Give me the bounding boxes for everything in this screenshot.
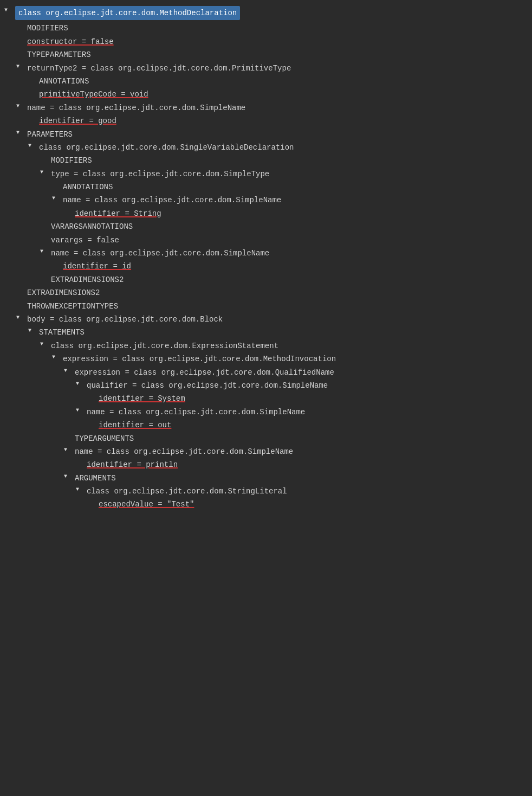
tree-node-stringLiteral[interactable]: ▼class org.eclipse.jdt.core.dom.StringLi… — [0, 485, 532, 498]
tree-node-identifier_string[interactable]: identifier = String — [0, 207, 532, 220]
tree-node-typeparameters[interactable]: TYPEPARAMETERS — [0, 48, 532, 61]
tree-node-statements[interactable]: ▼STATEMENTS — [0, 326, 532, 339]
tree-node-thrownexceptiontypes[interactable]: THROWNEXCEPTIONTYPES — [0, 300, 532, 313]
arrow-expression1: ▼ — [52, 353, 61, 362]
node-text-constructor: constructor = false — [27, 36, 114, 48]
tree-node-name1[interactable]: ▼name = class org.eclipse.jdt.core.dom.S… — [0, 101, 532, 114]
arrow-parameters: ▼ — [16, 129, 25, 137]
tree-node-identifier_good[interactable]: identifier = good — [0, 114, 532, 127]
ast-tree-container: class org.eclipse.jdt.core.dom.MethodDec… — [0, 0, 532, 796]
node-text-body: body = class org.eclipse.jdt.core.dom.Bl… — [27, 313, 223, 325]
arrow-expressionStatement: ▼ — [40, 340, 49, 349]
tree-node-expression1[interactable]: ▼expression = class org.eclipse.jdt.core… — [0, 352, 532, 365]
node-text-statements: STATEMENTS — [39, 326, 85, 338]
node-text-singleVarDecl: class org.eclipse.jdt.core.dom.SingleVar… — [39, 142, 294, 153]
tree-node-parameters[interactable]: ▼PARAMETERS — [0, 128, 532, 141]
node-text-name4: name = class org.eclipse.jdt.core.dom.Si… — [87, 406, 305, 418]
arrow-name4: ▼ — [76, 406, 85, 415]
root-node[interactable]: class org.eclipse.jdt.core.dom.MethodDec… — [0, 4, 532, 22]
node-text-returntype2: returnType2 = class org.eclipse.jdt.core… — [27, 62, 291, 74]
arrow-stringLiteral: ▼ — [76, 485, 85, 494]
tree-node-escapedValue[interactable]: escapedValue = "Test" — [0, 498, 532, 511]
node-text-arguments: ARGUMENTS — [75, 472, 116, 484]
tree-node-name2[interactable]: ▼name = class org.eclipse.jdt.core.dom.S… — [0, 194, 532, 207]
arrow-name3: ▼ — [40, 247, 49, 256]
tree-node-identifier_system[interactable]: identifier = System — [0, 392, 532, 405]
node-text-modifiers: MODIFIERS — [27, 22, 68, 34]
tree-node-primitiveTypeCode[interactable]: primitiveTypeCode = void — [0, 88, 532, 101]
tree-node-identifier_println[interactable]: identifier = println — [0, 458, 532, 471]
node-text-varargs: varargs = false — [51, 234, 119, 246]
node-text-extradimensions2a: EXTRADIMENSIONS2 — [51, 274, 124, 286]
tree-node-returntype2[interactable]: ▼returnType2 = class org.eclipse.jdt.cor… — [0, 62, 532, 75]
tree-node-annotations1[interactable]: ANNOTATIONS — [0, 75, 532, 88]
tree-node-identifier_id[interactable]: identifier = id — [0, 260, 532, 273]
tree-node-varargs[interactable]: varargs = false — [0, 234, 532, 247]
arrow-qualifier: ▼ — [76, 380, 85, 388]
tree-node-name3[interactable]: ▼name = class org.eclipse.jdt.core.dom.S… — [0, 247, 532, 260]
node-text-stringLiteral: class org.eclipse.jdt.core.dom.StringLit… — [87, 485, 287, 497]
node-text-identifier_good: identifier = good — [39, 115, 116, 127]
tree-node-annotations2[interactable]: ANNOTATIONS — [0, 181, 532, 194]
arrow-name1: ▼ — [16, 102, 25, 111]
node-text-parameters: PARAMETERS — [27, 129, 73, 140]
tree-node-typearguments[interactable]: TYPEARGUMENTS — [0, 432, 532, 445]
node-text-escapedValue: escapedValue = "Test" — [99, 498, 194, 510]
tree-node-extradimensions2b[interactable]: EXTRADIMENSIONS2 — [0, 286, 532, 299]
tree-node-identifier_out[interactable]: identifier = out — [0, 419, 532, 432]
tree-node-modifiers2[interactable]: MODIFIERS — [0, 154, 532, 167]
node-text-identifier_out: identifier = out — [99, 419, 171, 431]
arrow-singleVarDecl: ▼ — [28, 142, 37, 150]
node-text-typeparameters: TYPEPARAMETERS — [27, 49, 91, 61]
tree-node-expression2[interactable]: ▼expression = class org.eclipse.jdt.core… — [0, 366, 532, 379]
arrow-statements: ▼ — [28, 326, 37, 335]
arrow-arguments: ▼ — [64, 472, 73, 481]
tree-node-constructor[interactable]: constructor = false — [0, 35, 532, 48]
tree-node-arguments[interactable]: ▼ARGUMENTS — [0, 472, 532, 485]
arrow-type1: ▼ — [40, 168, 49, 177]
arrow-returntype2: ▼ — [16, 62, 25, 71]
node-text-expressionStatement: class org.eclipse.jdt.core.dom.Expressio… — [51, 340, 278, 352]
node-text-varargsannotations: VARARGSANNOTATIONS — [51, 221, 133, 233]
arrow-expression2: ▼ — [64, 367, 73, 375]
arrow-name5: ▼ — [64, 446, 73, 454]
node-text-annotations1: ANNOTATIONS — [39, 75, 89, 87]
node-text-primitiveTypeCode: primitiveTypeCode = void — [39, 88, 148, 100]
node-text-expression1: expression = class org.eclipse.jdt.core.… — [63, 353, 336, 365]
node-text-name5: name = class org.eclipse.jdt.core.dom.Si… — [75, 446, 293, 458]
node-text-type1: type = class org.eclipse.jdt.core.dom.Si… — [51, 168, 269, 180]
node-text-modifiers2: MODIFIERS — [51, 155, 92, 166]
node-text-identifier_println: identifier = println — [87, 459, 178, 471]
node-text-expression2: expression = class org.eclipse.jdt.core.… — [75, 367, 334, 378]
node-text-typearguments: TYPEARGUMENTS — [75, 433, 134, 445]
node-text-thrownexceptiontypes: THROWNEXCEPTIONTYPES — [27, 300, 118, 312]
node-text-name3: name = class org.eclipse.jdt.core.dom.Si… — [51, 247, 269, 259]
node-text-extradimensions2b: EXTRADIMENSIONS2 — [27, 287, 100, 299]
tree-node-expressionStatement[interactable]: ▼class org.eclipse.jdt.core.dom.Expressi… — [0, 339, 532, 352]
node-text-qualifier: qualifier = class org.eclipse.jdt.core.d… — [87, 380, 328, 391]
tree-node-body[interactable]: ▼body = class org.eclipse.jdt.core.dom.B… — [0, 313, 532, 326]
tree-node-extradimensions2a[interactable]: EXTRADIMENSIONS2 — [0, 273, 532, 286]
tree-node-singleVarDecl[interactable]: ▼class org.eclipse.jdt.core.dom.SingleVa… — [0, 141, 532, 154]
arrow-body: ▼ — [16, 313, 25, 322]
root-label: class org.eclipse.jdt.core.dom.MethodDec… — [15, 6, 240, 20]
tree-node-type1[interactable]: ▼type = class org.eclipse.jdt.core.dom.S… — [0, 168, 532, 181]
tree-node-modifiers[interactable]: MODIFIERS — [0, 22, 532, 35]
node-text-name2: name = class org.eclipse.jdt.core.dom.Si… — [63, 194, 281, 206]
tree-node-qualifier[interactable]: ▼qualifier = class org.eclipse.jdt.core.… — [0, 379, 532, 392]
node-text-name1: name = class org.eclipse.jdt.core.dom.Si… — [27, 102, 245, 114]
node-text-identifier_system: identifier = System — [99, 393, 185, 405]
arrow-name2: ▼ — [52, 194, 61, 203]
node-text-annotations2: ANNOTATIONS — [63, 181, 113, 193]
node-text-identifier_id: identifier = id — [63, 260, 131, 272]
tree-node-name5[interactable]: ▼name = class org.eclipse.jdt.core.dom.S… — [0, 445, 532, 458]
tree-node-name4[interactable]: ▼name = class org.eclipse.jdt.core.dom.S… — [0, 406, 532, 419]
root-arrow — [4, 6, 13, 15]
node-text-identifier_string: identifier = String — [75, 208, 161, 220]
tree-node-varargsannotations[interactable]: VARARGSANNOTATIONS — [0, 220, 532, 233]
